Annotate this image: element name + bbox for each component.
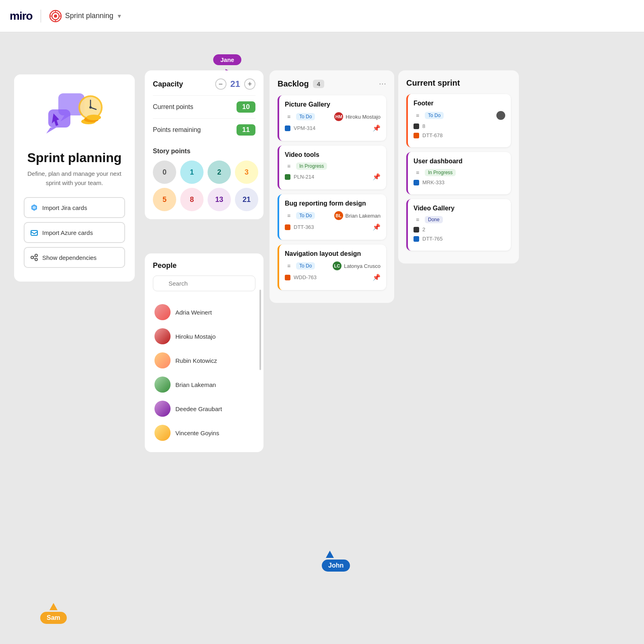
story-points-title: Story points [153,148,255,155]
sprint-card-video-gallery: Video Gallery ≡ Done 2 DTT-765 [406,199,511,251]
person-hiroku[interactable]: Hiroku Mostajo [153,325,255,348]
cursor-sam: Sam [40,603,67,624]
sprint-ticket-num-val-0: 8 [422,123,425,129]
ticket-icon-2 [285,224,290,230]
person-adria-name: Adria Weinert [175,309,212,316]
pin-icon-1[interactable]: 📌 [372,173,381,181]
avatar-vincente [154,425,171,441]
intro-card: Sprint planning Define, plan and manage … [14,74,135,282]
sprint-status-icon-2: ≡ [414,216,422,223]
svg-line-24 [33,256,35,257]
person-brian[interactable]: Brian Lakeman [153,373,255,396]
assignee-circle-0: HM [334,112,343,121]
sprint-status-badge-2[interactable]: Done [425,216,443,223]
intro-title: Sprint planning [27,150,122,165]
points-remaining-label: Points remaining [153,126,201,134]
pin-icon-2[interactable]: 📌 [372,223,381,231]
svg-point-19 [86,115,101,120]
import-jira-button[interactable]: Import Jira cards [24,197,125,218]
current-points-label: Current points [153,103,193,111]
sp-3[interactable]: 3 [235,160,258,184]
card-title-nav-layout: Navigation layout design [285,250,381,257]
svg-point-22 [35,254,37,257]
people-list: Adria Weinert Hiroku Mostajo Rubin Kotow… [153,301,255,444]
board-title-text: Sprint planning [65,12,113,20]
status-badge-3[interactable]: To Do [296,262,315,270]
azure-icon [30,228,38,237]
sprint-card-status-row-0: ≡ To Do [414,111,505,120]
sprint-card-title-footer: Footer [414,100,505,107]
sprint-ticket-row-0: 8 [414,123,505,129]
sprint-status-icon-1: ≡ [414,169,422,176]
capacity-increase-button[interactable]: + [244,78,255,90]
sprint-status-icon-0: ≡ [414,112,422,119]
story-points-section: Story points 0 1 2 3 5 8 13 21 [153,148,255,211]
cursor-john: John [322,551,350,572]
status-icon-1: ≡ [285,163,293,169]
board-title-button[interactable]: Sprint planning ▼ [49,10,122,23]
ticket-id-0: VPM-314 [294,125,315,131]
sprint-card-status-row-2: ≡ Done [414,216,505,223]
cursor-arrow-sam [49,603,58,610]
topbar-divider [41,10,41,23]
cursor-label-john: John [322,560,350,572]
assignee-circle-2: BL [334,211,343,220]
card-title-picture-gallery: Picture Gallery [285,101,381,108]
person-adria[interactable]: Adria Weinert [153,301,255,323]
sp-5[interactable]: 5 [153,188,176,211]
current-points-row: Current points 10 [153,95,255,118]
canvas: Sprint planning Define, plan and manage … [0,32,644,644]
svg-point-16 [89,106,92,109]
dropdown-arrow: ▼ [117,13,122,19]
person-brian-name: Brian Lakeman [175,381,216,388]
sprint-header: Current sprint [406,78,511,88]
sprint-ticket-row-2b: DTT-765 [414,236,505,242]
sprint-ticket-id-1: MRK-333 [422,179,444,185]
assignee-2: BL Brian Lakeman [334,211,381,220]
sprint-status-badge-1[interactable]: In Progress [425,169,456,176]
people-scrollbar[interactable] [259,290,261,370]
sp-1[interactable]: 1 [180,160,204,184]
person-rubin-name: Rubin Kotowicz [175,357,217,364]
sp-13[interactable]: 13 [208,188,231,211]
pin-icon-3[interactable]: 📌 [372,274,381,281]
sp-2[interactable]: 2 [208,160,231,184]
svg-point-21 [31,256,33,259]
sp-21[interactable]: 21 [235,188,258,211]
people-search-input[interactable] [153,276,255,291]
sp-0[interactable]: 0 [153,160,176,184]
pin-icon-0[interactable]: 📌 [372,124,381,132]
card-status-row-2: ≡ To Do BL Brian Lakeman [285,211,381,220]
person-deedee[interactable]: Deedee Graubart [153,397,255,420]
import-azure-button[interactable]: Import Azure cards [24,222,125,243]
topbar: miro Sprint planning ▼ [0,0,644,32]
show-deps-button[interactable]: Show dependencies [24,247,125,268]
cursor-label-jane: Jane [213,54,241,65]
avatar-rubin [154,352,171,368]
card-ticket-row-1: PLN-214 📌 [285,173,381,181]
capacity-decrease-button[interactable]: − [215,78,226,90]
sp-8[interactable]: 8 [180,188,204,211]
backlog-title: Backlog 4 [278,79,324,88]
assignee-name-2: Brian Lakeman [346,213,381,219]
person-rubin[interactable]: Rubin Kotowicz [153,349,255,372]
ticket-icon-0 [285,126,290,131]
capacity-value: 21 [230,79,240,89]
backlog-more-button[interactable]: ··· [379,78,386,89]
status-badge-2[interactable]: To Do [296,212,315,219]
status-badge-0[interactable]: To Do [296,113,315,120]
status-badge-1[interactable]: In Progress [296,163,327,170]
person-vincente[interactable]: Vincente Goyins [153,422,255,444]
sprint-ticket-row-2a: 2 [414,226,505,232]
capacity-row: Capacity − 21 + [153,78,255,90]
backlog-card-bug-form: Bug reporting form design ≡ To Do BL Bri… [278,194,386,240]
backlog-title-text: Backlog [278,79,309,88]
card-ticket-row-2: DTT-363 📌 [285,223,381,231]
show-deps-label: Show dependencies [42,254,97,261]
svg-marker-10 [46,128,56,134]
svg-point-2 [54,14,57,18]
sprint-status-badge-0[interactable]: To Do [425,112,444,119]
sprint-panel: Current sprint Footer ≡ To Do 8 DTT-678 [398,70,519,263]
assignee-3: LC Latonya Crusco [333,261,381,270]
sprint-dtt-row-0: DTT-678 [414,132,505,138]
